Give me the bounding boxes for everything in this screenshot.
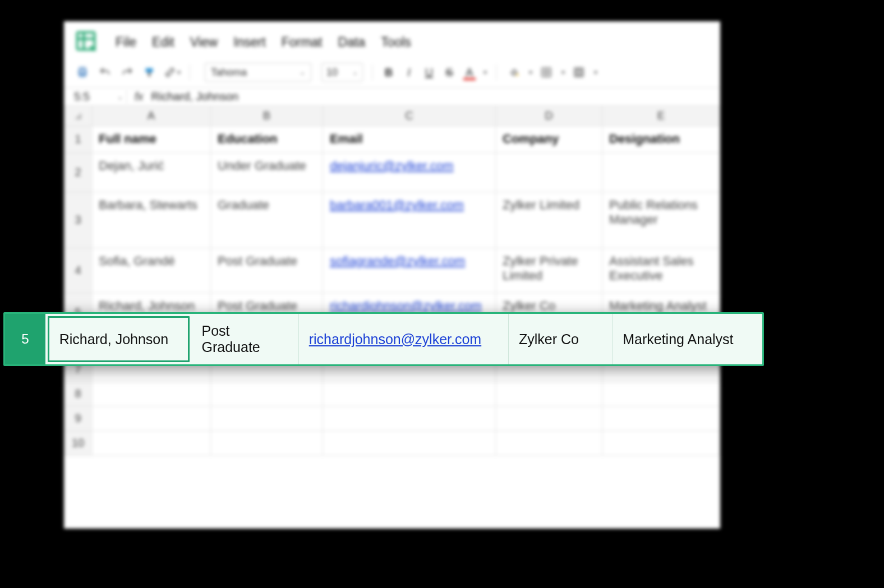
cell-C8[interactable]: [323, 382, 496, 406]
menu-edit[interactable]: Edit: [152, 35, 174, 50]
borders-icon[interactable]: [538, 64, 555, 81]
cell-D9[interactable]: [496, 406, 602, 431]
row-header-1[interactable]: 1: [64, 126, 92, 153]
menu-file[interactable]: File: [116, 35, 136, 50]
cell-E1[interactable]: Designation: [602, 126, 720, 153]
font-size-value: 10: [326, 67, 338, 78]
row-header-8[interactable]: 8: [64, 382, 92, 406]
cell-E4[interactable]: Assistant Sales Executive: [602, 248, 720, 293]
cell-D4[interactable]: Zylker Private Limited: [496, 248, 602, 293]
cell-B3[interactable]: Graduate: [211, 192, 323, 248]
font-size-select[interactable]: 10 ⌄: [321, 63, 363, 82]
svg-rect-7: [148, 72, 150, 76]
chevron-down-icon[interactable]: ▾: [529, 68, 532, 76]
font-family-value: Tahoma: [211, 67, 247, 78]
cell-D8[interactable]: [496, 382, 602, 406]
chevron-down-icon[interactable]: ▾: [594, 68, 597, 76]
chevron-down-icon[interactable]: ▾: [484, 68, 487, 76]
highlight-cell-C[interactable]: richardjohnson@zylker.com: [299, 314, 509, 364]
cell-B2[interactable]: Under Graduate: [211, 153, 323, 192]
highlighted-row: 5 Richard, Johnson Post Graduate richard…: [3, 312, 764, 366]
cell-C10[interactable]: [323, 431, 496, 456]
svg-rect-4: [80, 68, 85, 71]
select-all-corner[interactable]: [64, 106, 92, 126]
col-header-D[interactable]: D: [496, 106, 602, 126]
cell-B10[interactable]: [211, 431, 323, 456]
row-header-2[interactable]: 2: [64, 153, 92, 192]
col-header-A[interactable]: A: [92, 106, 211, 126]
col-header-E[interactable]: E: [602, 106, 720, 126]
cell-C1[interactable]: Email: [323, 126, 496, 153]
cell-C2[interactable]: dejanjuric@zylker.com: [323, 153, 496, 192]
cell-B8[interactable]: [211, 382, 323, 406]
clear-format-icon[interactable]: ▾: [164, 64, 181, 81]
divider: [190, 64, 190, 80]
col-header-C[interactable]: C: [323, 106, 496, 126]
cell-A8[interactable]: [92, 382, 211, 406]
print-icon[interactable]: [74, 64, 91, 81]
divider: [372, 64, 372, 80]
svg-rect-12: [575, 68, 583, 77]
row-header-4[interactable]: 4: [64, 248, 92, 293]
col-header-B[interactable]: B: [211, 106, 323, 126]
cell-C4[interactable]: sofiagrande@zylker.com: [323, 248, 496, 293]
cell-E9[interactable]: [602, 406, 720, 431]
cell-A4[interactable]: Sofia, Grandé: [92, 248, 211, 293]
fx-icon[interactable]: fx: [135, 90, 144, 103]
menu-tools[interactable]: Tools: [381, 35, 411, 50]
menu-format[interactable]: Format: [282, 35, 323, 50]
strikethrough-button[interactable]: S: [442, 66, 457, 79]
font-family-select[interactable]: Tahoma ⌄: [205, 63, 311, 82]
cell-A2[interactable]: Dejan, Jurić: [92, 153, 211, 192]
underline-button[interactable]: U: [422, 66, 436, 79]
cell-E2[interactable]: [602, 153, 720, 192]
italic-button[interactable]: I: [402, 66, 416, 79]
row-header-10[interactable]: 10: [64, 431, 92, 456]
cell-E8[interactable]: [602, 382, 720, 406]
undo-icon[interactable]: [96, 64, 113, 81]
menubar: File Edit View Insert Format Data Tools: [64, 21, 720, 61]
spreadsheet-window: File Edit View Insert Format Data Tools …: [64, 21, 720, 529]
menu-insert[interactable]: Insert: [233, 35, 266, 50]
fill-color-icon[interactable]: [505, 64, 522, 81]
row-header-9[interactable]: 9: [64, 406, 92, 431]
cell-C9[interactable]: [323, 406, 496, 431]
cell-A3[interactable]: Barbara, Stewarts: [92, 192, 211, 248]
cell-B1[interactable]: Education: [211, 126, 323, 153]
toolbar: ▾ Tahoma ⌄ 10 ⌄ B I U S A ▾ ▾ ▾ ▾: [64, 61, 720, 87]
chevron-down-icon: ⌄: [352, 68, 358, 76]
cell-D10[interactable]: [496, 431, 602, 456]
bold-button[interactable]: B: [381, 66, 396, 79]
menu-view[interactable]: View: [190, 35, 218, 50]
highlight-cell-A[interactable]: Richard, Johnson: [48, 316, 190, 362]
redo-icon[interactable]: [119, 64, 136, 81]
svg-rect-6: [146, 68, 153, 72]
cell-D2[interactable]: [496, 153, 602, 192]
menu-data[interactable]: Data: [338, 35, 366, 50]
cell-D1[interactable]: Company: [496, 126, 602, 153]
cell-B4[interactable]: Post Graduate: [211, 248, 323, 293]
svg-point-8: [517, 74, 519, 76]
highlight-cell-B[interactable]: Post Graduate: [192, 314, 299, 364]
highlight-cell-E[interactable]: Marketing Analyst: [613, 314, 762, 364]
row-header-3[interactable]: 3: [64, 192, 92, 248]
cell-E10[interactable]: [602, 431, 720, 456]
cell-E3[interactable]: Public Relations Manager: [602, 192, 720, 248]
cell-B9[interactable]: [211, 406, 323, 431]
format-painter-icon[interactable]: [141, 64, 158, 81]
chevron-down-icon: ⌄: [117, 93, 123, 101]
cell-A10[interactable]: [92, 431, 211, 456]
cell-D3[interactable]: Zylker Limited: [496, 192, 602, 248]
cell-C3[interactable]: barbara001@zylker.com: [323, 192, 496, 248]
highlight-cell-D[interactable]: Zylker Co: [509, 314, 613, 364]
formula-input[interactable]: Richard, Johnson: [151, 90, 239, 103]
formula-bar: 5:5 ⌄ fx Richard, Johnson: [64, 87, 720, 106]
chevron-down-icon[interactable]: ▾: [561, 68, 565, 76]
name-box[interactable]: 5:5 ⌄: [74, 90, 127, 103]
merge-cells-icon[interactable]: [570, 64, 587, 81]
cell-A9[interactable]: [92, 406, 211, 431]
highlight-row-header[interactable]: 5: [5, 314, 45, 364]
cell-A1[interactable]: Full name: [92, 126, 211, 153]
divider: [496, 64, 496, 80]
font-color-button[interactable]: A: [462, 66, 477, 79]
